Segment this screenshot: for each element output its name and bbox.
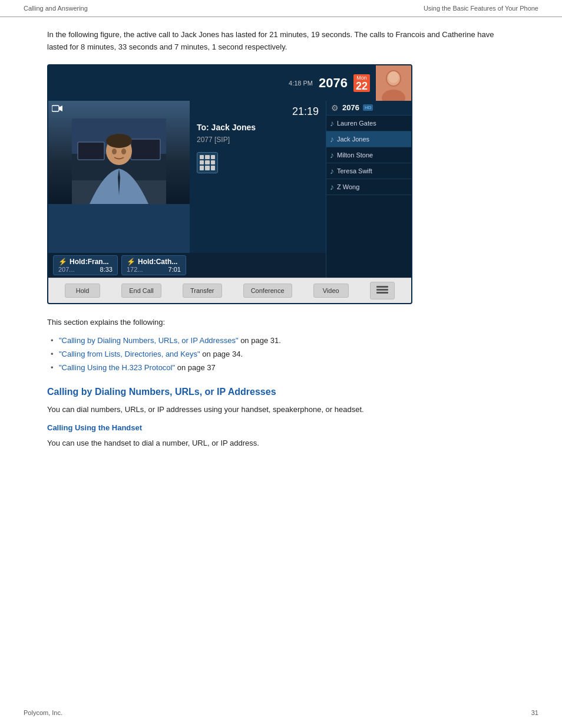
sidebar-contact-teresa-swift[interactable]: ♪ Teresa Swift	[326, 163, 411, 179]
list-item: "Calling by Dialing Numbers, URLs, or IP…	[59, 334, 515, 347]
phone-number: 2076	[319, 75, 348, 91]
page-header: Calling and Answering Using the Basic Fe…	[0, 0, 562, 17]
day-badge: Mon 22	[353, 74, 370, 92]
hold-call-top: ⚡ Hold:Fran...	[58, 258, 113, 266]
calling-handset-text: You can use the handset to dial a number…	[47, 437, 515, 450]
section-explains-text: This section explains the following:	[47, 316, 515, 329]
transfer-button[interactable]: Transfer	[183, 284, 222, 298]
svg-rect-16	[52, 106, 59, 111]
svg-rect-10	[131, 139, 160, 160]
link-calling-lists[interactable]: "Calling from Lists, Directories, and Ke…	[59, 350, 200, 358]
link-dialing-numbers[interactable]: "Calling by Dialing Numbers, URLs, or IP…	[59, 336, 239, 345]
keypad-icon	[197, 152, 218, 173]
contact-icon: ♪	[330, 182, 334, 192]
link-h323[interactable]: "Calling Using the H.323 Protocol"	[59, 363, 175, 372]
svg-point-13	[106, 134, 132, 148]
hold-call-fran[interactable]: ⚡ Hold:Fran... 207... 8:33	[53, 255, 118, 275]
video-person	[48, 101, 190, 204]
hold-number: 207...	[58, 266, 75, 273]
list-item: "Calling from Lists, Directories, and Ke…	[59, 347, 515, 361]
video-feed	[48, 101, 190, 204]
calling-dialing-body: You can dial numbers, URLs, or IP addres…	[47, 403, 515, 416]
menu-button[interactable]	[370, 282, 395, 299]
video-camera-icon	[52, 104, 62, 115]
hold-icon: ⚡	[58, 258, 67, 266]
hold-number: 172...	[127, 266, 143, 273]
sidebar-contact-jack-jones[interactable]: ♪ Jack Jones	[326, 131, 411, 147]
hold-icon: ⚡	[127, 258, 135, 266]
gear-icon: ⚙	[331, 103, 339, 113]
hold-call-name: Hold:Cath...	[138, 258, 177, 266]
day-num: 22	[356, 81, 368, 91]
list-item: "Calling Using the H.323 Protocol" on pa…	[59, 361, 515, 374]
svg-rect-8	[78, 142, 104, 160]
hold-button[interactable]: Hold	[65, 284, 100, 298]
svg-rect-19	[376, 289, 388, 291]
contact-icon: ♪	[330, 150, 334, 160]
sidebar-contact-lauren-gates[interactable]: ♪ Lauren Gates	[326, 116, 411, 131]
svg-point-14	[112, 149, 117, 154]
hold-calls-row: ⚡ Hold:Fran... 207... 8:33 ⚡ Hold:Cath..…	[48, 253, 326, 278]
contact-icon: ♪	[330, 118, 334, 128]
keypad-dot	[211, 160, 215, 164]
call-timer: 21:19	[197, 106, 319, 118]
contact-name: Milton Stone	[337, 151, 373, 159]
sidebar-my-number: ⚙ 2076 HD	[326, 101, 411, 116]
intro-paragraph: In the following figure, the active call…	[47, 29, 515, 54]
contact-icon: ♪	[330, 166, 334, 176]
contact-name: Lauren Gates	[337, 120, 376, 127]
contact-icon: ♪	[330, 134, 334, 144]
keypad-dot	[200, 155, 204, 159]
hold-timer: 8:33	[100, 266, 113, 273]
phone-body: 21:19 To: Jack Jones 2077 [SIP]	[48, 101, 411, 278]
phone-status-bar: 4:18 PM 2076 Mon 22	[48, 65, 376, 101]
contacts-sidebar: ⚙ 2076 HD ♪ Lauren Gates ♪ Jack Jones ♪ …	[326, 101, 411, 278]
sidebar-contact-z-wong[interactable]: ♪ Z Wong	[326, 179, 411, 195]
call-to-label: To: Jack Jones	[197, 123, 319, 132]
my-number-label: 2076	[342, 103, 359, 112]
svg-point-15	[121, 149, 126, 154]
page-ref: on page 34.	[202, 350, 243, 358]
header-left-label: Calling and Answering	[24, 5, 88, 12]
phone-time: 4:18 PM	[289, 80, 313, 87]
keypad-dot	[200, 166, 204, 170]
calling-dialing-heading: Calling by Dialing Numbers, URLs, or IP …	[47, 387, 515, 397]
phone-ui-mockup: 4:18 PM 2076 Mon 22	[47, 64, 412, 304]
keypad-dot	[211, 155, 215, 159]
footer-company: Polycom, Inc.	[24, 709, 62, 716]
svg-rect-18	[376, 286, 388, 288]
page-ref: on page 37	[177, 363, 216, 372]
avatar	[376, 65, 411, 101]
hold-call-bottom: 207... 8:33	[58, 266, 113, 273]
hold-call-name: Hold:Fran...	[70, 258, 109, 266]
video-row: 21:19 To: Jack Jones 2077 [SIP]	[48, 101, 326, 253]
end-call-button[interactable]: End Call	[121, 284, 161, 298]
keypad-dot	[205, 160, 209, 164]
contact-name: Z Wong	[337, 183, 359, 190]
contact-name: Teresa Swift	[337, 167, 372, 174]
contact-name: Jack Jones	[337, 136, 369, 143]
svg-marker-17	[59, 106, 62, 111]
page-footer: Polycom, Inc. 31	[24, 709, 538, 716]
video-button[interactable]: Video	[313, 284, 349, 298]
keypad-dot	[205, 166, 209, 170]
hold-timer: 7:01	[168, 266, 181, 273]
sidebar-contact-milton-stone[interactable]: ♪ Milton Stone	[326, 147, 411, 163]
page-ref: on page 31.	[240, 336, 281, 345]
action-buttons-bar: Hold End Call Transfer Conference Video	[48, 278, 411, 303]
call-area: 21:19 To: Jack Jones 2077 [SIP]	[48, 101, 326, 278]
hold-call-bottom: 172... 7:01	[127, 266, 181, 273]
calling-handset-subheading: Calling Using the Handset	[47, 423, 515, 432]
svg-rect-20	[376, 292, 388, 294]
hd-badge: HD	[363, 104, 373, 111]
hold-call-cath[interactable]: ⚡ Hold:Cath... 172... 7:01	[121, 255, 186, 275]
keypad-dot	[200, 160, 204, 164]
main-content: In the following figure, the active call…	[0, 17, 562, 478]
bullet-list: "Calling by Dialing Numbers, URLs, or IP…	[59, 334, 515, 375]
footer-page-number: 31	[531, 709, 538, 716]
call-sip: 2077 [SIP]	[197, 136, 319, 144]
conference-button[interactable]: Conference	[243, 284, 292, 298]
call-info-panel: 21:19 To: Jack Jones 2077 [SIP]	[190, 101, 326, 253]
keypad-dot	[211, 166, 215, 170]
keypad-dot	[205, 155, 209, 159]
